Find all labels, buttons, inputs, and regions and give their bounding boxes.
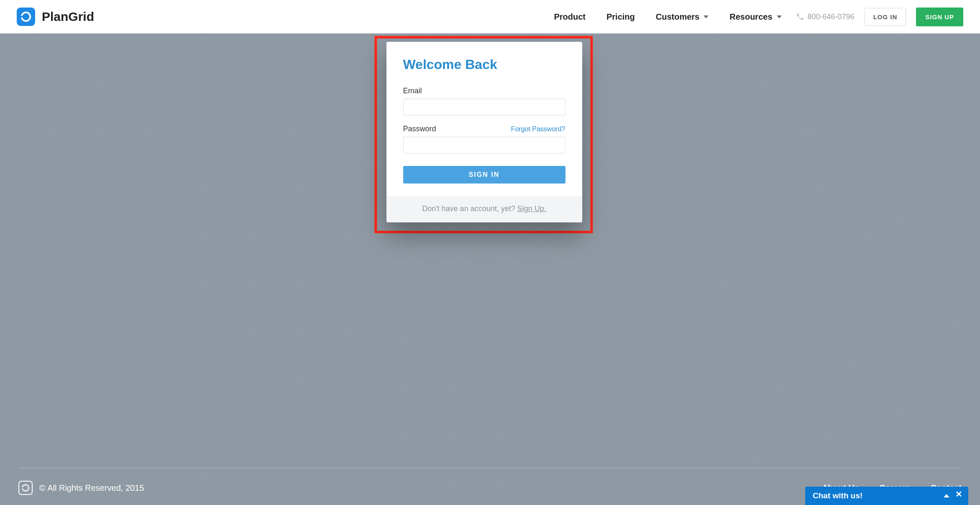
header-actions: 800-646-0796 LOG IN SIGN UP [796,8,963,26]
login-title: Welcome Back [403,57,565,72]
nav-resources-label: Resources [729,12,772,22]
main-area: Welcome Back Email Password Forgot Passw… [0,33,980,505]
login-card-footer: Don't have an account, yet? Sign Up. [386,196,582,222]
nav-customers[interactable]: Customers [656,12,709,22]
chevron-down-icon [777,15,782,18]
footer-divider [18,468,962,468]
phone-number-text: 800-646-0796 [808,13,855,21]
svg-point-0 [22,13,31,21]
nav-product[interactable]: Product [554,12,586,22]
password-field-group: Password Forgot Password? [403,125,565,153]
email-input[interactable] [403,99,565,115]
nav-pricing[interactable]: Pricing [606,12,635,22]
password-input[interactable] [403,137,565,153]
chevron-up-icon[interactable] [944,494,949,497]
close-icon[interactable]: ✕ [955,489,962,499]
chat-widget[interactable]: Chat with us! ✕ [805,487,968,505]
login-card: Welcome Back Email Password Forgot Passw… [386,42,582,222]
nav-customers-label: Customers [656,12,699,22]
email-field-group: Email [403,87,565,115]
login-button[interactable]: LOG IN [865,8,906,26]
svg-rect-1 [20,16,23,18]
phone-number[interactable]: 800-646-0796 [796,13,855,21]
footer-copyright: © All Rights Reserved, 2015 [39,483,144,493]
nav-resources[interactable]: Resources [729,12,781,22]
email-label: Email [403,87,422,95]
brand-logo-icon [17,8,35,26]
main-nav: Product Pricing Customers Resources [554,12,781,22]
top-header: PlanGrid Product Pricing Customers Resou… [0,0,980,33]
svg-point-2 [22,485,28,491]
forgot-password-link[interactable]: Forgot Password? [511,125,565,133]
phone-icon [796,13,804,21]
chat-title: Chat with us! [813,491,862,500]
signup-link[interactable]: Sign Up. [517,204,546,213]
svg-rect-3 [21,487,23,489]
signin-button[interactable]: SIGN IN [403,166,565,184]
brand-logo[interactable]: PlanGrid [17,8,94,26]
brand-name: PlanGrid [42,10,94,24]
chevron-down-icon [704,15,709,18]
no-account-text: Don't have an account, yet? [422,204,517,213]
footer-logo-icon [18,481,33,495]
signup-button[interactable]: SIGN UP [916,8,963,26]
password-label: Password [403,125,436,133]
